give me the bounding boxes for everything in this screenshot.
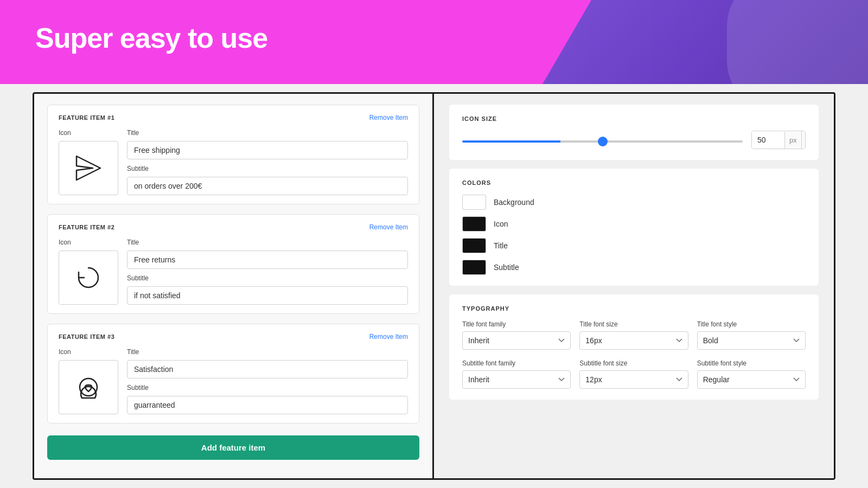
feature-item-2: FEATURE ITEM #2 Remove Item Icon — [47, 214, 419, 314]
px-input-wrapper: px ▲ ▼ — [751, 131, 806, 149]
title-group-3: Title — [127, 348, 408, 378]
subtitle-group-3: Subtitle — [127, 384, 408, 414]
subtitle-label-2: Subtitle — [127, 274, 408, 282]
title-color-swatch[interactable] — [462, 238, 486, 253]
title-group-2: Title — [127, 239, 408, 269]
subtitle-label-1: Subtitle — [127, 165, 408, 172]
title-font-family-label: Title font family — [462, 320, 571, 328]
feature-item-3-icon-section: Icon — [59, 348, 118, 414]
subtitle-font-style-label: Subtitle font style — [697, 359, 806, 367]
title-label-1: Title — [127, 129, 408, 137]
subtitle-label-3: Subtitle — [127, 384, 408, 391]
px-unit-label: px — [784, 132, 801, 149]
title-font-size-label: Title font size — [579, 320, 688, 328]
feature-item-3-label: FEATURE ITEM #3 — [59, 333, 114, 340]
heart-chat-icon — [72, 371, 105, 403]
color-row-icon: Icon — [462, 216, 806, 232]
title-group-1: Title — [127, 129, 408, 159]
icon-color-label: Icon — [494, 220, 508, 228]
background-color-swatch[interactable] — [462, 195, 486, 210]
subtitle-font-family-group: Subtitle font family Inherit Arial Georg… — [462, 359, 571, 389]
px-value-input[interactable] — [752, 131, 784, 149]
title-font-style-label: Title font style — [697, 320, 806, 328]
subtitle-font-style-group: Subtitle font style Regular Bold Italic — [697, 359, 806, 389]
title-label-2: Title — [127, 239, 408, 246]
subtitle-color-label: Subtitle — [494, 263, 519, 272]
left-panel: FEATURE ITEM #1 Remove Item Icon — [34, 94, 434, 478]
subtitle-font-family-select[interactable]: Inherit Arial Georgia — [462, 370, 571, 389]
title-font-family-group: Title font family Inherit Arial Georgia — [462, 320, 571, 350]
subtitle-input-1[interactable] — [127, 177, 408, 195]
color-row-background: Background — [462, 195, 806, 210]
color-rows: Background Icon Title Subtitle — [462, 195, 806, 275]
remove-item-2-button[interactable]: Remove Item — [369, 223, 408, 231]
subtitle-font-size-label: Subtitle font size — [579, 359, 688, 367]
subtitle-font-size-select[interactable]: 10px 12px 14px 16px — [579, 370, 688, 389]
typography-title: TYPOGRAPHY — [462, 305, 806, 312]
title-typography-grid: Title font family Inherit Arial Georgia … — [462, 320, 806, 350]
icon-label-2: Icon — [59, 239, 118, 246]
px-up-arrow[interactable]: ▲ — [802, 131, 806, 140]
title-font-size-select[interactable]: 12px 14px 16px 18px 20px — [579, 331, 688, 350]
icon-size-slider[interactable] — [462, 140, 743, 143]
subtitle-font-style-select[interactable]: Regular Bold Italic — [697, 370, 806, 389]
icon-box-3[interactable] — [59, 360, 118, 414]
title-font-style-group: Title font style Regular Bold Italic — [697, 320, 806, 350]
colors-section: COLORS Background Icon Title — [449, 169, 819, 286]
title-input-1[interactable] — [127, 141, 408, 159]
subtitle-group-1: Subtitle — [127, 165, 408, 195]
icon-label-1: Icon — [59, 129, 118, 137]
remove-item-1-button[interactable]: Remove Item — [369, 114, 408, 121]
slider-wrapper — [462, 135, 743, 145]
title-color-label: Title — [494, 241, 508, 250]
title-label-3: Title — [127, 348, 408, 356]
feature-item-3-fields: Title Subtitle — [127, 348, 408, 414]
main-container: FEATURE ITEM #1 Remove Item Icon — [0, 84, 868, 488]
title-font-size-group: Title font size 12px 14px 16px 18px 20px — [579, 320, 688, 350]
title-input-3[interactable] — [127, 360, 408, 378]
feature-item-1-header: FEATURE ITEM #1 Remove Item — [59, 114, 408, 121]
page-title: Super easy to use — [35, 22, 267, 54]
feature-item-2-fields: Title Subtitle — [127, 239, 408, 305]
icon-color-swatch[interactable] — [462, 216, 486, 232]
feature-item-3-body: Icon Title — [59, 348, 408, 414]
feature-item-2-label: FEATURE ITEM #2 — [59, 224, 114, 230]
colors-title: COLORS — [462, 179, 806, 186]
subtitle-font-size-group: Subtitle font size 10px 12px 14px 16px — [579, 359, 688, 389]
color-row-subtitle: Subtitle — [462, 260, 806, 275]
feature-item-3: FEATURE ITEM #3 Remove Item Icon — [47, 324, 419, 423]
px-arrows: ▲ ▼ — [801, 131, 806, 149]
icon-label-3: Icon — [59, 348, 118, 356]
paper-plane-icon — [72, 152, 105, 184]
feature-item-1-fields: Title Subtitle — [127, 129, 408, 195]
feature-item-2-body: Icon Title — [59, 239, 408, 305]
px-down-arrow[interactable]: ▼ — [802, 140, 806, 149]
icon-box-2[interactable] — [59, 251, 118, 305]
subtitle-group-2: Subtitle — [127, 274, 408, 305]
svg-marker-0 — [76, 156, 100, 180]
app-frame: FEATURE ITEM #1 Remove Item Icon — [33, 92, 835, 480]
icon-box-1[interactable] — [59, 141, 118, 195]
feature-item-2-header: FEATURE ITEM #2 Remove Item — [59, 223, 408, 231]
feature-item-3-header: FEATURE ITEM #3 Remove Item — [59, 333, 408, 341]
slider-row: px ▲ ▼ — [462, 131, 806, 149]
feature-item-1-label: FEATURE ITEM #1 — [59, 114, 114, 121]
feature-item-2-icon-section: Icon — [59, 239, 118, 305]
subtitle-font-family-label: Subtitle font family — [462, 359, 571, 367]
subtitle-typography-grid: Subtitle font family Inherit Arial Georg… — [462, 359, 806, 389]
feature-item-1-icon-section: Icon — [59, 129, 118, 195]
right-panel: ICON SIZE px ▲ ▼ — [434, 94, 834, 478]
feature-item-1-body: Icon Title Subtitle — [59, 129, 408, 195]
title-font-style-select[interactable]: Regular Bold Italic — [697, 331, 806, 350]
background-color-label: Background — [494, 198, 534, 207]
title-input-2[interactable] — [127, 251, 408, 269]
title-font-family-select[interactable]: Inherit Arial Georgia — [462, 331, 571, 350]
add-feature-button[interactable]: Add feature item — [47, 435, 419, 460]
subtitle-color-swatch[interactable] — [462, 260, 486, 275]
refresh-icon — [72, 261, 105, 294]
icon-size-section: ICON SIZE px ▲ ▼ — [449, 105, 819, 160]
remove-item-3-button[interactable]: Remove Item — [369, 333, 408, 341]
subtitle-input-2[interactable] — [127, 286, 408, 305]
feature-item-1: FEATURE ITEM #1 Remove Item Icon — [47, 105, 419, 204]
subtitle-input-3[interactable] — [127, 396, 408, 414]
